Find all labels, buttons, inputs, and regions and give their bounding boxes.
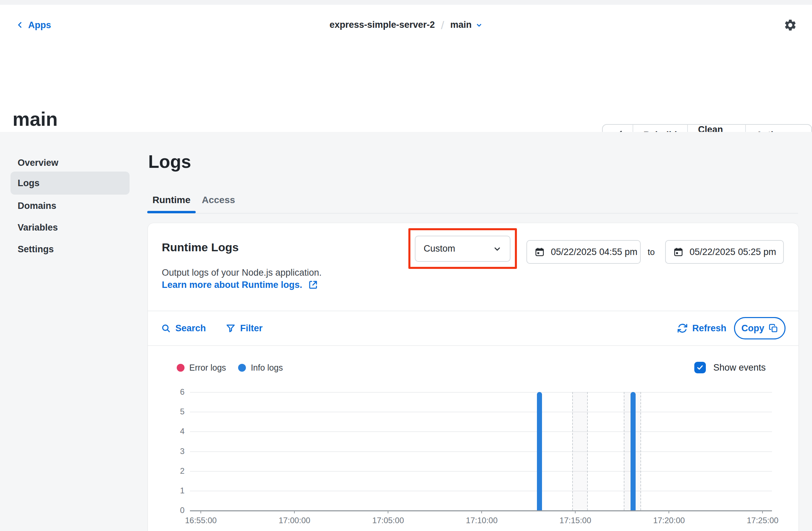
- chart-plot: [190, 392, 772, 511]
- refresh-button[interactable]: Refresh: [677, 317, 726, 340]
- calendar-icon: [535, 247, 545, 257]
- chart-legend: Error logs Info logs: [177, 362, 283, 374]
- x-tick-label: 16:55:00: [185, 516, 216, 525]
- search-button[interactable]: Search: [161, 323, 206, 334]
- back-label: Apps: [28, 20, 51, 30]
- tabs-divider: [147, 213, 798, 213]
- header-bar: Apps express-simple-server-2 / main: [0, 5, 812, 46]
- breadcrumb-separator: /: [441, 19, 444, 31]
- time-range-value: Custom: [424, 244, 455, 254]
- sidebar-item-overview[interactable]: Overview: [11, 153, 130, 172]
- x-tick-mark: [294, 510, 295, 513]
- show-events-label: Show events: [713, 363, 766, 373]
- copy-button[interactable]: Copy: [734, 317, 785, 339]
- grid-line: [190, 471, 772, 472]
- filter-button[interactable]: Filter: [226, 323, 262, 334]
- x-tick-mark: [388, 510, 388, 513]
- copy-icon: [769, 324, 778, 333]
- search-icon: [161, 323, 171, 333]
- y-tick-label: 5: [180, 407, 185, 416]
- sidebar-item-label: Variables: [18, 222, 58, 233]
- sidebar-item-label: Settings: [18, 244, 54, 255]
- card-title: Runtime Logs: [162, 241, 239, 254]
- date-range-join-label: to: [643, 240, 659, 264]
- card-divider: [148, 345, 798, 346]
- sidebar-item-label: Overview: [18, 158, 58, 168]
- x-tick-mark: [762, 510, 763, 513]
- page-title: main: [13, 109, 58, 129]
- external-link-icon: [308, 279, 319, 290]
- time-range-dropdown[interactable]: Custom: [415, 236, 510, 262]
- y-tick-label: 3: [180, 447, 185, 456]
- x-tick-label: 17:20:00: [653, 516, 685, 525]
- sidebar-item-variables[interactable]: Variables: [11, 218, 130, 237]
- grid-line: [190, 491, 772, 491]
- card-description: Output logs of your Node.js application.: [162, 267, 321, 278]
- sidebar-item-logs[interactable]: Logs: [11, 172, 130, 195]
- chevron-down-icon: [476, 22, 483, 29]
- sidebar-item-domains[interactable]: Domains: [11, 196, 130, 215]
- breadcrumb-environment: main: [450, 20, 472, 30]
- event-band: [572, 392, 588, 510]
- sidebar-item-label: Logs: [18, 178, 40, 189]
- filter-funnel-icon: [226, 323, 236, 333]
- sidebar-item-settings[interactable]: Settings: [11, 240, 130, 259]
- x-tick-label: 17:15:00: [560, 516, 591, 525]
- environment-hero: main .js.wpenginepoweredstaging.com: [0, 45, 812, 132]
- x-tick-mark: [201, 510, 201, 513]
- error-logs-label: Error logs: [189, 363, 226, 373]
- grid-line: [190, 451, 772, 452]
- environment-switcher[interactable]: main: [450, 20, 483, 30]
- top-edge-strip: [0, 0, 812, 5]
- show-events-checkbox[interactable]: [694, 362, 706, 373]
- learn-more-label: Learn more about Runtime logs.: [162, 280, 302, 290]
- refresh-label: Refresh: [692, 323, 726, 334]
- runtime-logs-card: Runtime Logs Output logs of your Node.js…: [147, 223, 799, 531]
- logs-section-title: Logs: [148, 152, 191, 171]
- log-bar[interactable]: [630, 392, 636, 510]
- chevron-left-icon: [16, 21, 24, 29]
- date-from-input[interactable]: 05/22/2025 04:55 pm: [526, 240, 641, 264]
- card-divider: [148, 311, 798, 311]
- x-tick-label: 17:05:00: [373, 516, 404, 525]
- back-to-apps-button[interactable]: Apps: [16, 20, 51, 30]
- copy-label: Copy: [741, 323, 765, 334]
- tab-access[interactable]: Access: [201, 189, 236, 211]
- error-logs-dot: [177, 364, 185, 372]
- y-tick-label: 2: [180, 467, 185, 475]
- search-label: Search: [175, 323, 206, 334]
- refresh-icon: [677, 323, 688, 334]
- y-tick-label: 4: [180, 427, 185, 436]
- settings-button[interactable]: [783, 18, 797, 32]
- x-tick-mark: [575, 510, 576, 513]
- sidebar-item-label: Domains: [18, 201, 56, 211]
- calendar-icon: [673, 247, 683, 257]
- learn-more-link[interactable]: Learn more about Runtime logs.: [162, 279, 319, 290]
- date-to-value: 05/22/2025 05:25 pm: [690, 247, 776, 257]
- chart-ylabels: 0123456: [163, 392, 185, 510]
- x-tick-mark: [481, 510, 482, 513]
- show-events-toggle[interactable]: Show events: [694, 361, 766, 374]
- info-logs-label: Info logs: [251, 363, 283, 373]
- grid-line: [190, 392, 772, 393]
- gear-icon: [783, 18, 797, 32]
- tab-runtime[interactable]: Runtime: [147, 189, 196, 211]
- filter-label: Filter: [240, 323, 262, 334]
- active-tab-underline: [147, 211, 196, 213]
- chart-xaxis: 16:55:0017:00:0017:05:0017:10:0017:15:00…: [190, 510, 772, 531]
- log-toolbar: Search Filter: [161, 317, 262, 340]
- date-to-input[interactable]: 05/22/2025 05:25 pm: [665, 240, 784, 264]
- grid-line: [190, 412, 772, 412]
- breadcrumb-app-name: express-simple-server-2: [329, 20, 435, 30]
- x-tick-mark: [668, 510, 669, 513]
- y-tick-label: 1: [180, 486, 185, 495]
- x-tick-label: 17:00:00: [279, 516, 310, 525]
- grid-line: [190, 431, 772, 432]
- app-canvas: Apps express-simple-server-2 / main main…: [0, 0, 812, 531]
- date-from-value: 05/22/2025 04:55 pm: [551, 247, 637, 257]
- info-logs-dot: [238, 364, 246, 372]
- log-bar[interactable]: [537, 392, 542, 510]
- breadcrumb: express-simple-server-2 / main: [329, 19, 482, 31]
- x-tick-label: 17:10:00: [466, 516, 497, 525]
- chevron-down-icon: [493, 245, 502, 253]
